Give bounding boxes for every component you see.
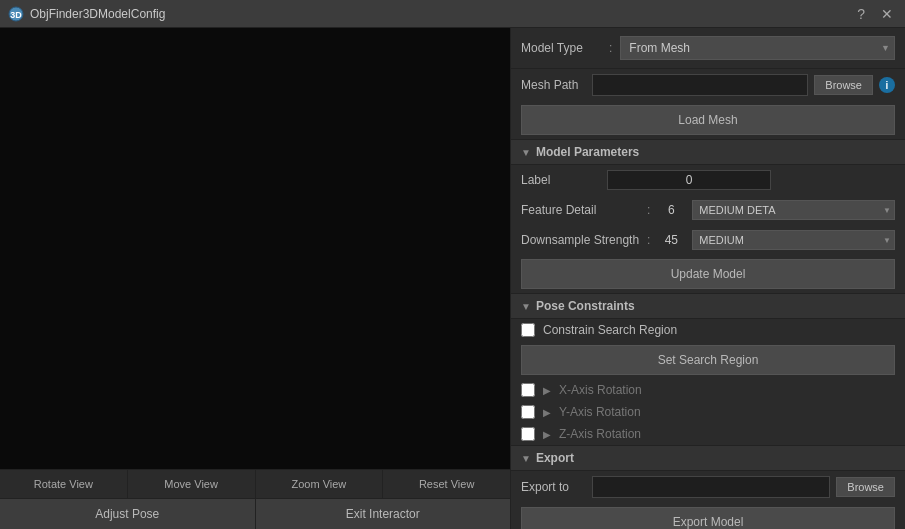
model-type-colon: : [609,41,612,55]
label-field-label: Label [521,173,601,187]
bottom-buttons: Adjust Pose Exit Interactor [0,498,510,529]
feature-detail-select[interactable]: LOW DETAIL MEDIUM DETA HIGH DETAIL [692,200,895,220]
export-arrow: ▼ [521,453,531,464]
load-mesh-button[interactable]: Load Mesh [521,105,895,135]
z-axis-expand-icon[interactable]: ▶ [543,429,551,440]
constrain-search-checkbox[interactable] [521,323,535,337]
feature-detail-label: Feature Detail [521,203,641,217]
set-search-region-button[interactable]: Set Search Region [521,345,895,375]
model-type-row: Model Type : From Mesh From Image Manual [511,28,905,69]
mesh-path-label: Mesh Path [521,78,586,92]
info-icon[interactable]: i [879,77,895,93]
feature-detail-row: Feature Detail : 6 LOW DETAIL MEDIUM DET… [511,195,905,225]
title-bar: 3D ObjFinder3DModelConfig ? ✕ [0,0,905,28]
x-axis-row: ▶ X-Axis Rotation [511,379,905,401]
x-axis-label: X-Axis Rotation [559,383,642,397]
constrain-search-row: Constrain Search Region [511,319,905,341]
label-input[interactable] [607,170,771,190]
update-model-button[interactable]: Update Model [521,259,895,289]
pose-constraints-header[interactable]: ▼ Pose Constraints [511,293,905,319]
label-row: Label [511,165,905,195]
adjust-pose-button[interactable]: Adjust Pose [0,499,256,529]
export-title: Export [536,451,574,465]
help-button[interactable]: ? [853,4,869,24]
downsample-select-wrapper: LOW MEDIUM HIGH [692,230,895,250]
x-axis-checkbox[interactable] [521,383,535,397]
downsample-select[interactable]: LOW MEDIUM HIGH [692,230,895,250]
model-type-select[interactable]: From Mesh From Image Manual [620,36,895,60]
mesh-path-row: Mesh Path Browse i [511,69,905,101]
zoom-view-button[interactable]: Zoom View [256,470,384,498]
viewport-controls: Rotate View Move View Zoom View Reset Vi… [0,469,510,498]
export-browse-button[interactable]: Browse [836,477,895,497]
model-type-select-wrapper: From Mesh From Image Manual [620,36,895,60]
model-parameters-arrow: ▼ [521,147,531,158]
x-axis-expand-icon[interactable]: ▶ [543,385,551,396]
downsample-value: 45 [656,233,686,247]
y-axis-row: ▶ Y-Axis Rotation [511,401,905,423]
move-view-button[interactable]: Move View [128,470,256,498]
z-axis-row: ▶ Z-Axis Rotation [511,423,905,445]
export-to-input[interactable] [592,476,830,498]
pose-constraints-arrow: ▼ [521,301,531,312]
reset-view-button[interactable]: Reset View [383,470,510,498]
export-to-label: Export to [521,480,586,494]
model-parameters-title: Model Parameters [536,145,639,159]
main-layout: Rotate View Move View Zoom View Reset Vi… [0,28,905,529]
model-parameters-header[interactable]: ▼ Model Parameters [511,139,905,165]
left-panel: Rotate View Move View Zoom View Reset Vi… [0,28,510,529]
svg-text:3D: 3D [10,10,22,20]
export-to-row: Export to Browse [511,471,905,503]
y-axis-checkbox[interactable] [521,405,535,419]
pose-constraints-title: Pose Constraints [536,299,635,313]
mesh-path-input[interactable] [592,74,808,96]
constrain-search-label: Constrain Search Region [543,323,677,337]
feature-detail-colon: : [647,203,650,217]
downsample-label: Downsample Strength [521,233,641,247]
y-axis-label: Y-Axis Rotation [559,405,641,419]
z-axis-label: Z-Axis Rotation [559,427,641,441]
app-icon: 3D [8,6,24,22]
model-type-label: Model Type [521,41,601,55]
3d-viewport[interactable] [0,28,510,469]
downsample-strength-row: Downsample Strength : 45 LOW MEDIUM HIGH [511,225,905,255]
y-axis-expand-icon[interactable]: ▶ [543,407,551,418]
mesh-browse-button[interactable]: Browse [814,75,873,95]
rotate-view-button[interactable]: Rotate View [0,470,128,498]
right-panel: Model Type : From Mesh From Image Manual… [510,28,905,529]
downsample-colon: : [647,233,650,247]
export-model-button[interactable]: Export Model [521,507,895,529]
exit-interactor-button[interactable]: Exit Interactor [256,499,511,529]
export-header[interactable]: ▼ Export [511,445,905,471]
z-axis-checkbox[interactable] [521,427,535,441]
feature-detail-select-wrapper: LOW DETAIL MEDIUM DETA HIGH DETAIL [692,200,895,220]
window-title: ObjFinder3DModelConfig [30,7,165,21]
feature-detail-value: 6 [656,203,686,217]
close-button[interactable]: ✕ [877,4,897,24]
